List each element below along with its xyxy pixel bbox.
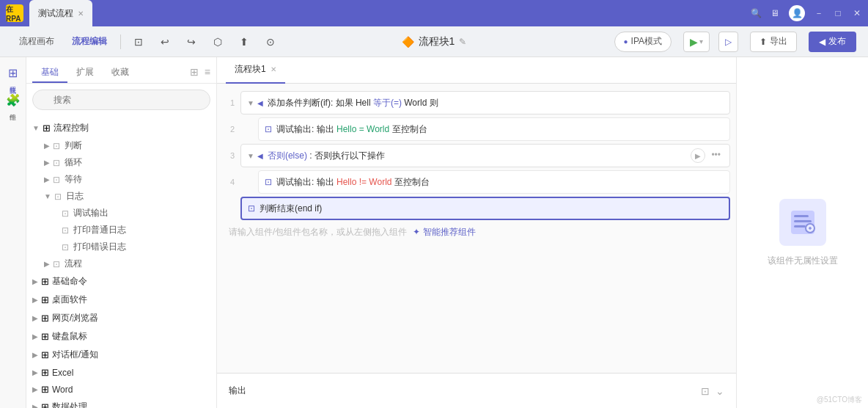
flow-block-if[interactable]: ▼ ◀ 添加条件判断(if): 如果 Hell 等于(=) World 则 [240, 91, 730, 114]
if-equals-keyword: 等于(=) [373, 98, 402, 108]
flow-editor-button[interactable]: 流程编辑 [65, 32, 114, 52]
section-desktop-header[interactable]: ▶ ⊞ 桌面软件 [26, 291, 216, 309]
left-icon-component[interactable]: 🧩 组件 [6, 93, 21, 109]
section-desktop-arrow: ▶ [32, 296, 38, 304]
tree-item-print-log[interactable]: ⊡ 打印普通日志 [56, 222, 216, 238]
tree-item-judge[interactable]: ▶ ⊡ 判断 [38, 137, 216, 154]
output-copy-icon[interactable]: ⊡ [701, 385, 710, 397]
app-logo: 在RPA [6, 4, 23, 22]
sidebar-icon-list[interactable]: ≡ [205, 66, 210, 78]
canvas-tab-block1[interactable]: 流程块1 ✕ [226, 57, 285, 84]
section-web-icon: ⊞ [41, 313, 49, 324]
record-button[interactable]: ⊙ [259, 32, 282, 52]
else-more-icon[interactable]: ••• [708, 148, 724, 163]
sidebar-tab-basic[interactable]: 基础 [32, 63, 67, 83]
flow-block-endif[interactable]: ⊡ 判断结束(end if) [240, 197, 730, 220]
search-input[interactable] [32, 90, 210, 110]
flow-canvas-button[interactable]: 流程画布 [12, 32, 62, 52]
section-flow-control-header[interactable]: ▼ ⊞ 流程控制 [26, 119, 216, 137]
tree-item-wait[interactable]: ▶ ⊡ 等待 [38, 171, 216, 188]
section-word-label: Word [52, 385, 73, 395]
flow-block-else[interactable]: ▼ ◀ 否则(else) : 否则执行以下操作 ▶ ••• [240, 144, 730, 167]
flow-block-debug1[interactable]: ⊡ 调试输出: 输出 Hello = World 至控制台 [258, 117, 730, 141]
section-dialog-header[interactable]: ▶ ⊞ 对话框/通知 [26, 346, 216, 364]
section-excel-header[interactable]: ▶ ⊞ Excel [26, 364, 216, 381]
left-icon-panel: ⊞ 流程块 🧩 组件 [0, 57, 26, 408]
flow-line-num-3: 3 [217, 151, 240, 160]
minimize-button[interactable]: － [814, 8, 824, 18]
export-button[interactable]: ⬆ 导出 [750, 32, 797, 52]
tree-item-log[interactable]: ▼ ⊡ 日志 [38, 188, 216, 205]
log-children: ⊡ 调试输出 ⊡ 打印普通日志 ⊡ 打印错误日志 [38, 205, 216, 255]
left-icon-flow-block[interactable]: ⊞ 流程块 [8, 66, 18, 81]
tree-item-judge-icon: ⊡ [53, 141, 60, 151]
section-data-arrow: ▶ [32, 403, 38, 408]
sidebar-tab-extend[interactable]: 扩展 [67, 63, 103, 83]
debug1-icon: ⊡ [265, 124, 272, 134]
right-panel-icon [779, 199, 826, 246]
flow-block-debug2[interactable]: ⊡ 调试输出: 输出 Hello != World 至控制台 [258, 170, 730, 194]
tab-flow[interactable]: 测试流程 ✕ [29, 0, 92, 26]
section-dialog: ▶ ⊞ 对话框/通知 [26, 346, 216, 364]
maximize-button[interactable]: □ [833, 8, 843, 18]
expand-if-icon[interactable]: ▼ [247, 99, 254, 107]
flow-title-edit-icon[interactable]: ✎ [459, 37, 466, 47]
tree-item-wait-icon: ⊡ [53, 175, 60, 185]
flow-block-debug2-text: 调试输出: 输出 Hello != World 至控制台 [276, 176, 430, 189]
section-keyboard-label: 键盘鼠标 [52, 330, 87, 343]
section-web-header[interactable]: ▶ ⊞ 网页/浏览器 [26, 309, 216, 327]
run-button[interactable]: ▶ ▾ [683, 32, 710, 52]
search-wrap: 🔍 [32, 90, 210, 110]
section-dialog-icon: ⊞ [41, 349, 49, 360]
cut-button[interactable]: ⬡ [206, 32, 229, 52]
step-run-button[interactable]: ▷ [718, 32, 738, 52]
tree-item-process-arrow: ▶ [44, 260, 50, 268]
else-run-icon[interactable]: ▶ [691, 148, 705, 163]
expand-else-icon[interactable]: ▼ [247, 152, 254, 160]
tree-item-process[interactable]: ▶ ⊡ 流程 [38, 255, 216, 272]
section-keyboard-header[interactable]: ▶ ⊞ 键盘鼠标 [26, 327, 216, 346]
tree-item-print-error-log[interactable]: ⊡ 打印错误日志 [56, 238, 216, 255]
search-icon[interactable]: 🔍 [751, 8, 761, 18]
tree-item-wait-label: 等待 [65, 173, 82, 186]
tree-item-error-icon: ⊡ [62, 242, 69, 252]
tree-item-judge-arrow: ▶ [44, 142, 50, 150]
flow-line-num-2: 2 [217, 125, 240, 134]
export-tool-button[interactable]: ⬆ [232, 32, 256, 52]
section-data-header[interactable]: ▶ ⊞ 数据处理 [26, 398, 216, 408]
section-excel-arrow: ▶ [32, 368, 38, 376]
window-actions: 🔍 🖥 👤 － □ ✕ [751, 5, 862, 21]
tab-close-icon[interactable]: ✕ [78, 10, 84, 18]
ipa-mode-button[interactable]: ● IPA模式 [614, 32, 672, 52]
monitor-icon[interactable]: 🖥 [770, 8, 780, 18]
section-word-header[interactable]: ▶ ⊞ Word [26, 381, 216, 398]
import-button[interactable]: ⊡ [127, 32, 150, 52]
section-flow-control-label: 流程控制 [54, 122, 89, 134]
flow-line-3: 3 ▼ ◀ 否则(else) : 否则执行以下操作 ▶ ••• [217, 142, 736, 169]
publish-button[interactable]: ◀ 发布 [809, 32, 856, 52]
section-basic-header[interactable]: ▶ ⊞ 基础命令 [26, 272, 216, 291]
section-flow-control: ▼ ⊞ 流程控制 ▶ ⊡ 判断 ▶ ⊡ 循环 [26, 119, 216, 272]
sidebar-tab-collection[interactable]: 收藏 [103, 63, 138, 83]
close-button[interactable]: ✕ [852, 8, 862, 18]
tab-bar: 测试流程 ✕ [29, 0, 751, 26]
smart-recommend-text[interactable]: ✦ 智能推荐组件 [413, 226, 475, 238]
avatar[interactable]: 👤 [789, 5, 805, 21]
sidebar-icon-grid[interactable]: ⊞ [190, 66, 199, 78]
section-web: ▶ ⊞ 网页/浏览器 [26, 309, 216, 327]
flow-line-2: 2 ⊡ 调试输出: 输出 Hello = World 至控制台 [217, 116, 736, 142]
flow-line-num-1: 1 [217, 98, 240, 107]
canvas-tab-close-icon[interactable]: ✕ [271, 65, 276, 73]
sidebar-search-area: 🔍 [26, 84, 216, 116]
undo-button[interactable]: ↩ [153, 32, 177, 52]
flow-line-4: 4 ⊡ 调试输出: 输出 Hello != World 至控制台 [217, 169, 736, 195]
section-web-arrow: ▶ [32, 314, 38, 322]
tree-item-loop[interactable]: ▶ ⊡ 循环 [38, 154, 216, 171]
flow-input-placeholder[interactable]: 请输入组件/包组件包名称，或从左侧拖入组件 ✦ 智能推荐组件 [217, 222, 736, 243]
output-expand-icon[interactable]: ⌄ [716, 385, 724, 397]
sidebar: 基础 扩展 收藏 ⊞ ≡ 🔍 ▼ ⊞ 流程控制 [26, 57, 217, 408]
redo-button[interactable]: ↪ [180, 32, 203, 52]
section-data-icon: ⊞ [41, 401, 49, 408]
svg-rect-3 [794, 225, 806, 227]
tree-item-debug-output[interactable]: ⊡ 调试输出 [56, 205, 216, 222]
